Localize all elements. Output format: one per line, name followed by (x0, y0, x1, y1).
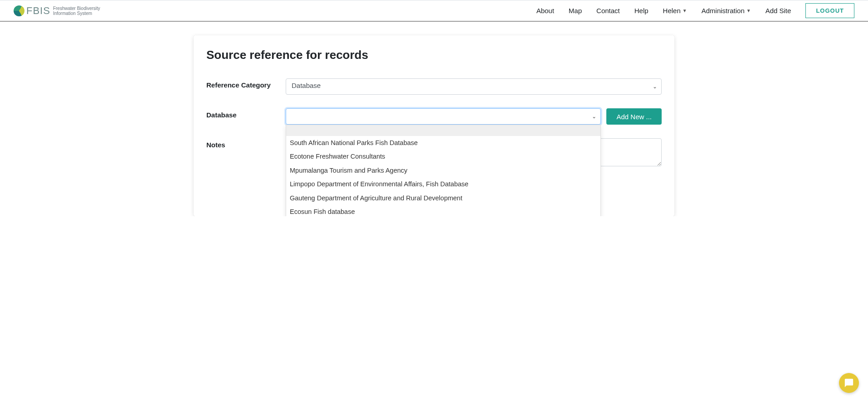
nav-contact[interactable]: Contact (596, 7, 620, 15)
label-database: Database (206, 108, 286, 119)
database-option[interactable]: Mpumalanga Tourism and Parks Agency (286, 164, 600, 177)
database-option[interactable]: Ecotone Freshwater Consultants (286, 150, 600, 163)
database-option[interactable]: Limpopo Department of Environmental Affa… (286, 177, 600, 191)
main-nav: About Map Contact Help Helen ▼ Administr… (536, 3, 854, 18)
brand-logo[interactable]: FBIS Freshwater Biodiversity Information… (14, 5, 100, 17)
nav-admin-label: Administration (702, 7, 745, 15)
brand-text: FBIS Freshwater Biodiversity Information… (26, 5, 100, 17)
caret-down-icon: ▼ (683, 8, 687, 13)
form-card: Source reference for records Reference C… (194, 35, 674, 216)
fbis-logo-icon (14, 5, 24, 16)
brand-tagline: Freshwater Biodiversity Information Syst… (53, 6, 100, 16)
brand-tagline-line1: Freshwater Biodiversity (53, 6, 100, 11)
label-reference-category: Reference Category (206, 78, 286, 89)
caret-down-icon: ▼ (746, 8, 751, 13)
database-option[interactable]: South African National Parks Fish Databa… (286, 136, 600, 150)
nav-user-dropdown[interactable]: Helen ▼ (663, 7, 687, 15)
main-header: FBIS Freshwater Biodiversity Information… (0, 0, 868, 22)
brand-abbr: FBIS (26, 5, 50, 17)
reference-category-select-wrap: Database ⌄ (286, 78, 662, 95)
database-select-wrap: ⌄ (286, 108, 601, 125)
nav-map[interactable]: Map (569, 7, 582, 15)
label-notes: Notes (206, 138, 286, 149)
reference-category-select[interactable]: Database (286, 78, 662, 95)
page-title: Source reference for records (206, 48, 662, 62)
database-option[interactable]: Ecosun Fish database (286, 205, 600, 216)
nav-help[interactable]: Help (634, 7, 649, 15)
database-select[interactable] (286, 108, 601, 125)
row-reference-category: Reference Category Database ⌄ (206, 78, 662, 95)
database-dropdown-list: South African National Parks Fish Databa… (286, 125, 601, 216)
nav-add-site[interactable]: Add Site (766, 7, 791, 15)
nav-about[interactable]: About (536, 7, 554, 15)
logout-button[interactable]: LOGOUT (805, 3, 854, 18)
add-new-button[interactable]: Add New ... (606, 108, 662, 125)
row-database: Database ⌄ South African National Parks … (206, 108, 662, 125)
database-option[interactable]: Gauteng Department of Agriculture and Ru… (286, 191, 600, 205)
nav-admin-dropdown[interactable]: Administration ▼ (702, 7, 751, 15)
database-option[interactable] (286, 125, 600, 136)
nav-user-label: Helen (663, 7, 681, 15)
brand-tagline-line2: Information System (53, 11, 92, 16)
